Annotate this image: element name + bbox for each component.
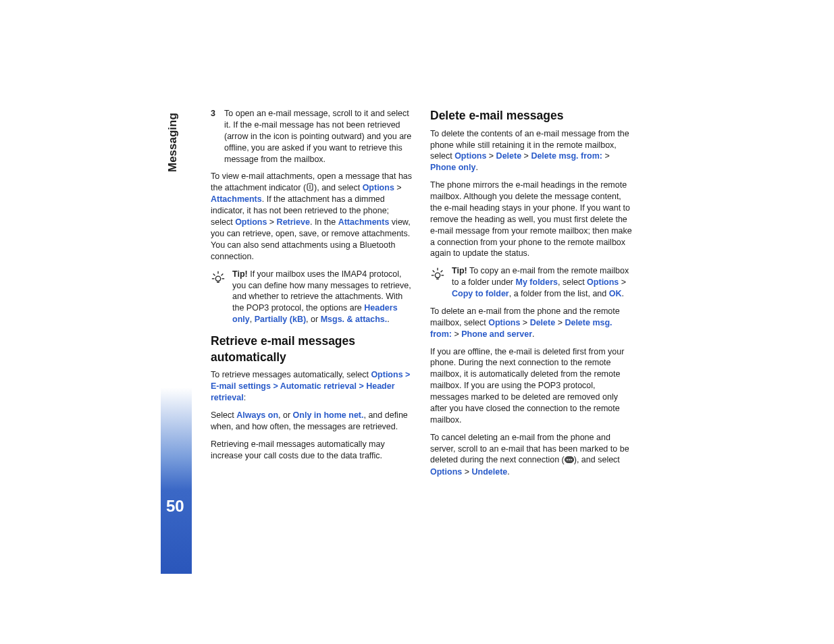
delete-p2: The phone mirrors the e-mail headings in… <box>430 180 633 259</box>
tip-copy-folder: Tip! To copy an e-mail from the remote m… <box>430 265 633 300</box>
link-options-2: Options <box>235 217 267 227</box>
delete-p1: To delete the contents of an e-mail mess… <box>430 128 633 174</box>
link-partially-kb: Partially (kB) <box>255 315 306 324</box>
link-options-d1: Options <box>454 151 486 161</box>
tip-icon <box>211 269 226 325</box>
link-my-folders: My folders <box>516 277 558 287</box>
delete-p5: To cancel deleting an e-mail from the ph… <box>430 432 633 478</box>
svg-point-18 <box>569 459 570 460</box>
link-undelete: Undelete <box>471 467 507 477</box>
tip-text: Tip! If your mailbox uses the IMAP4 prot… <box>232 269 413 325</box>
link-options-t2: Options <box>587 277 619 287</box>
tip-icon <box>430 265 445 300</box>
link-delete-d1: Delete <box>496 151 522 161</box>
svg-line-12 <box>441 271 443 273</box>
link-only-home-net: Only in home net. <box>293 410 364 420</box>
column-left: 3 To open an e-mail message, scroll to i… <box>211 108 413 574</box>
retrieve-auto-p3: Retrieving e-mail messages automatically… <box>211 439 413 462</box>
heading-retrieve-auto: Retrieve e-mail messages automatically <box>211 333 413 365</box>
page-number: 50 <box>166 497 184 516</box>
page-content: 3 To open an e-mail message, scroll to i… <box>161 108 647 574</box>
retrieve-auto-p2: Select Always on, or Only in home net., … <box>211 410 413 433</box>
section-label: Messaging <box>166 113 180 172</box>
delete-p3: To delete an e-mail from the phone and t… <box>430 306 633 340</box>
heading-delete-email: Delete e-mail messages <box>430 108 633 124</box>
svg-line-5 <box>221 273 224 275</box>
delete-marked-icon <box>565 455 574 466</box>
delete-p4: If you are offline, the e-mail is delete… <box>430 346 633 426</box>
tip-imap4: Tip! If your mailbox uses the IMAP4 prot… <box>211 269 413 325</box>
attachment-indicator-icon <box>306 183 314 194</box>
svg-point-2 <box>215 276 220 281</box>
column-right: Delete e-mail messages To delete the con… <box>430 108 633 574</box>
link-delete-d3: Delete <box>530 318 556 327</box>
link-msgs-attachs: Msgs. & attachs. <box>321 315 388 324</box>
link-options: Options <box>363 183 394 192</box>
attachment-paragraph: To view e-mail attachments, open a messa… <box>211 171 413 262</box>
link-options-d3: Options <box>488 318 520 327</box>
svg-point-9 <box>435 273 440 277</box>
link-delete-msg-from: Delete msg. from: <box>531 151 602 161</box>
tip-text: Tip! To copy an e-mail from the remote m… <box>452 265 633 300</box>
link-attachments-view: Attachments <box>338 217 390 227</box>
svg-point-17 <box>567 459 568 460</box>
svg-point-19 <box>571 459 572 460</box>
link-retrieve: Retrieve <box>277 217 310 227</box>
link-phone-only: Phone only <box>430 163 475 172</box>
svg-line-11 <box>433 271 435 273</box>
svg-line-4 <box>213 273 215 275</box>
step-3: 3 To open an e-mail message, scroll to i… <box>211 108 413 165</box>
link-copy-to-folder: Copy to folder <box>452 289 509 298</box>
step-number: 3 <box>211 108 219 165</box>
link-attachments: Attachments <box>211 194 262 204</box>
link-ok: OK <box>609 289 622 298</box>
retrieve-auto-p1: To retrieve messages automatically, sele… <box>211 369 413 404</box>
step-text: To open an e-mail message, scroll to it … <box>224 108 413 165</box>
link-options-undel: Options <box>430 467 462 477</box>
link-phone-and-server: Phone and server <box>461 329 532 339</box>
link-always-on: Always on <box>236 410 278 420</box>
